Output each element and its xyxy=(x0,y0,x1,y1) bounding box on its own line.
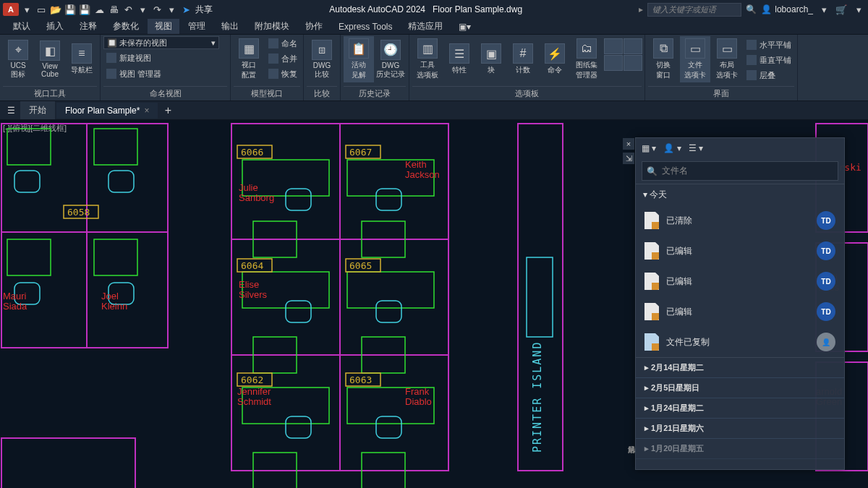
vp-restore-button[interactable]: 恢复 xyxy=(265,67,300,81)
dwg-history-button[interactable]: 🕘DWG 历史记录 xyxy=(375,36,406,82)
ribbon: ⌖UCS 图标 ◧View Cube ≡导航栏 视口工具 🔲 未保存的视图▾ 新… xyxy=(0,35,868,101)
close-icon[interactable]: × xyxy=(144,106,149,116)
cart-icon[interactable]: 🛒 xyxy=(835,3,848,16)
tab-param[interactable]: 参数化 xyxy=(106,19,146,34)
user-chip[interactable]: 👤 loboarch_ xyxy=(761,4,813,14)
search-input[interactable]: 键入关键字或短语 xyxy=(647,3,741,17)
tab-addon[interactable]: 附加模块 xyxy=(247,19,297,34)
dwg-compare-button[interactable]: ⧆DWG 比较 xyxy=(307,36,337,82)
date-section[interactable]: ▸ 2月5日星期日 xyxy=(636,378,844,398)
tab-annotate[interactable]: 注释 xyxy=(72,19,104,34)
palette-small-2[interactable] xyxy=(624,38,642,54)
svg-rect-37 xyxy=(286,301,311,322)
palette-small-4[interactable] xyxy=(624,55,642,71)
tab-manage[interactable]: 管理 xyxy=(181,19,213,34)
htile-button[interactable]: 水平平铺 xyxy=(744,38,794,52)
count-button[interactable]: #计数 xyxy=(508,36,538,82)
history-item[interactable]: 已编辑 TD xyxy=(636,236,844,266)
new-icon[interactable]: ▭ xyxy=(35,3,48,16)
share-label[interactable]: 共享 xyxy=(195,4,213,16)
app-logo[interactable]: A xyxy=(3,3,19,16)
panel-pin-icon[interactable]: ⇲ xyxy=(623,153,634,164)
viewcube-button[interactable]: ◧View Cube xyxy=(35,36,65,82)
activity-insights-button[interactable]: 📋活动 见解 xyxy=(344,36,374,82)
help-icon[interactable]: ▾ xyxy=(852,3,865,16)
save-icon[interactable]: 💾 xyxy=(64,3,77,16)
panel-list-icon[interactable]: ☰ ▾ xyxy=(689,143,703,153)
tab-menu-icon[interactable]: ☰ xyxy=(3,103,19,119)
layout-tab-button[interactable]: ▭布局 选项卡 xyxy=(712,36,742,82)
svg-rect-38 xyxy=(376,301,401,322)
undo-icon[interactable]: ↶ xyxy=(122,3,135,16)
search-icon[interactable]: 🔍 xyxy=(746,4,757,14)
plot-icon[interactable]: 🖶 xyxy=(107,3,120,16)
tab-default[interactable]: 默认 xyxy=(6,19,38,34)
panel-named-views: 🔲 未保存的视图▾ 新建视图 视图 管理器 命名视图 xyxy=(101,35,231,100)
file-edit-icon xyxy=(644,303,659,320)
switch-window-button[interactable]: ⧉切换 窗口 xyxy=(648,36,678,82)
cascade-button[interactable]: 层叠 xyxy=(744,68,794,82)
navbar-button[interactable]: ≡导航栏 xyxy=(67,36,97,82)
panel-view-icon[interactable]: ▦ ▾ xyxy=(642,143,656,153)
tab-overflow-icon[interactable]: ▣▾ xyxy=(451,20,478,33)
palette-small-3[interactable] xyxy=(604,55,623,71)
user-name: loboarch_ xyxy=(775,4,813,14)
svg-rect-36 xyxy=(376,189,401,210)
help-arrow-icon[interactable]: ▸ xyxy=(639,4,643,14)
search-icon: 🔍 xyxy=(647,166,658,176)
command-button[interactable]: ⚡命令 xyxy=(540,36,570,82)
history-item[interactable]: 已编辑 TD xyxy=(636,266,844,296)
tab-collab[interactable]: 协作 xyxy=(298,19,330,34)
undo-drop[interactable]: ▾ xyxy=(136,3,149,16)
tool-palettes-button[interactable]: ▥工具 选项板 xyxy=(412,36,443,82)
qat-dropdown[interactable]: ▾ xyxy=(20,3,33,16)
user-badge-anon: 👤 xyxy=(817,333,835,351)
ucs-button[interactable]: ⌖UCS 图标 xyxy=(3,36,33,82)
open-icon[interactable]: 📂 xyxy=(49,3,62,16)
vp-merge-button[interactable]: 合并 xyxy=(265,51,300,66)
date-section[interactable]: ▸ 1月24日星期二 xyxy=(636,398,844,419)
properties-button[interactable]: ☰特性 xyxy=(444,36,475,82)
file-tab-button[interactable]: ▭文件 选项卡 xyxy=(680,36,710,82)
share-icon[interactable]: ➤ xyxy=(179,3,192,16)
tab-view[interactable]: 视图 xyxy=(148,19,179,34)
redo-drop[interactable]: ▾ xyxy=(165,3,178,16)
vp-config-button[interactable]: ▦视口 配置 xyxy=(234,36,264,82)
date-section[interactable]: ▸ 1月20日星期五 xyxy=(636,439,844,459)
tab-insert[interactable]: 插入 xyxy=(39,19,71,34)
vp-named-button[interactable]: 命名 xyxy=(265,36,300,51)
menu-more[interactable]: ▾ xyxy=(817,3,830,16)
vtile-button[interactable]: 垂直平铺 xyxy=(744,53,794,67)
tab-featured[interactable]: 精选应用 xyxy=(401,19,450,34)
history-item[interactable]: 文件已复制 👤 xyxy=(636,327,844,357)
palette-small-1[interactable] xyxy=(604,38,623,54)
panel-search-input[interactable]: 🔍 文件名 xyxy=(642,161,838,181)
sheetset-button[interactable]: 🗂图纸集 管理器 xyxy=(571,36,602,82)
panel-viewport-tools: ⌖UCS 图标 ◧View Cube ≡导航栏 视口工具 xyxy=(0,35,101,100)
svg-rect-22 xyxy=(347,272,434,308)
blocks-button[interactable]: ▣块 xyxy=(476,36,506,82)
panel-close-icon[interactable]: × xyxy=(623,138,634,150)
tab-file[interactable]: Floor Plan Sample* × xyxy=(56,103,158,119)
tab-start[interactable]: 开始 xyxy=(20,101,55,119)
history-item[interactable]: 已清除 TD xyxy=(636,205,844,236)
history-item-label: 已编辑 xyxy=(666,275,809,288)
panel-section-today[interactable]: ▾ 今天 xyxy=(636,184,844,205)
panel-search-placeholder: 文件名 xyxy=(662,165,688,177)
tab-express[interactable]: Express Tools xyxy=(331,20,399,33)
web-open-icon[interactable]: ☁ xyxy=(93,3,106,16)
panel-user-icon[interactable]: 👤 ▾ xyxy=(663,143,681,153)
new-view-button[interactable]: 新建视图 xyxy=(103,51,154,65)
tab-add-icon[interactable]: + xyxy=(159,104,176,117)
svg-text:JulieSanborg: JulieSanborg xyxy=(239,182,274,203)
saveas-icon[interactable]: 💾 xyxy=(78,3,91,16)
date-section[interactable]: ▸ 2月14日星期二 xyxy=(636,358,844,378)
history-item[interactable]: 已编辑 TD xyxy=(636,296,844,327)
tab-output[interactable]: 输出 xyxy=(214,19,246,34)
view-manager-button[interactable]: 视图 管理器 xyxy=(103,67,164,81)
file-copy-icon xyxy=(644,333,659,351)
saved-view-combo[interactable]: 🔲 未保存的视图▾ xyxy=(103,36,219,49)
redo-icon[interactable]: ↷ xyxy=(150,3,163,16)
date-section[interactable]: ▸ 1月21日星期六 xyxy=(636,419,844,439)
panel-history: 📋活动 见解 🕘DWG 历史记录 历史记录 xyxy=(341,35,409,100)
